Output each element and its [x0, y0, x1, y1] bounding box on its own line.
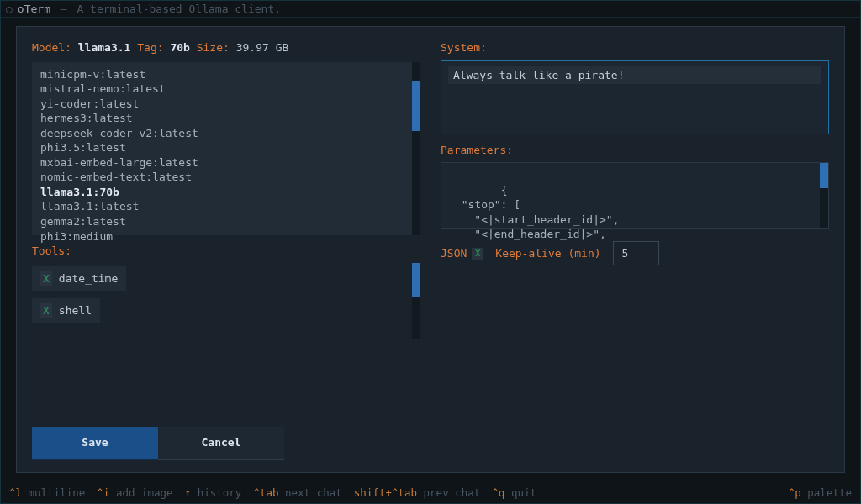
shortcut-label: quit: [504, 486, 536, 499]
shortcut-key: ^q: [492, 486, 504, 499]
model-list-item[interactable]: nomic-embed-text:latest: [40, 170, 412, 185]
shortcut-label: next chat: [279, 486, 342, 499]
tool-chip[interactable]: Xdate_time: [32, 266, 126, 291]
shortcut-key: ^i: [97, 486, 109, 499]
shortcut-hint: ^q quit: [492, 486, 536, 501]
shortcut-hint: ↑ history: [185, 486, 242, 501]
model-list-item[interactable]: hermes3:latest: [40, 111, 412, 126]
model-list-item[interactable]: gemma2:latest: [40, 214, 412, 229]
tools-box: Xdate_timeXshell: [32, 263, 420, 339]
model-list-item[interactable]: yi-coder:latest: [40, 97, 412, 112]
scrollbar-gap: [820, 188, 828, 228]
app-name: oTerm: [18, 3, 50, 15]
titlebar: ○ oTerm — A terminal-based Ollama client…: [1, 1, 860, 18]
shortcut-label: multiline: [22, 486, 85, 499]
shortcut-hint: ^l multiline: [9, 486, 85, 501]
shortcut-hint: ^i add image: [97, 486, 172, 501]
tag-value: 70b: [170, 41, 189, 54]
shortcut-key: ^l: [9, 486, 22, 499]
system-prompt-input[interactable]: Always talk like a pirate!: [441, 60, 829, 134]
size-value: 39.97 GB: [236, 41, 289, 54]
model-list-scrollbar[interactable]: [412, 62, 420, 235]
parameters-label: Parameters:: [441, 143, 829, 158]
model-list-item[interactable]: llama3.1:latest: [40, 199, 412, 214]
model-list-item[interactable]: minicpm-v:latest: [40, 67, 412, 82]
cancel-button[interactable]: Cancel: [158, 427, 284, 460]
scrollbar-gap: [412, 62, 420, 81]
footer-shortcuts: ^l multiline^i add image↑ history^tab ne…: [1, 483, 860, 503]
checkbox-icon: X: [40, 303, 52, 318]
shortcut-label: prev chat: [417, 486, 480, 499]
window-control-dot: ○: [6, 2, 13, 17]
model-list-item[interactable]: phi3.5:latest: [40, 140, 412, 155]
checkbox-icon: X: [40, 271, 52, 286]
system-prompt-text: Always talk like a pirate!: [448, 66, 821, 85]
shortcut-key: ^p: [789, 486, 801, 499]
shortcut-hint: ^p palette: [789, 486, 852, 501]
model-list-item[interactable]: llama3.1:70b: [40, 185, 412, 200]
shortcut-label: palette: [807, 486, 852, 499]
shortcut-key: ^tab: [253, 486, 278, 499]
size-label: Size:: [197, 41, 230, 54]
scrollbar-thumb[interactable]: [412, 81, 420, 131]
system-label: System:: [441, 40, 829, 55]
parameters-text: { "stop": [ "<|start_header_id|>", "<|en…: [448, 184, 620, 241]
tool-name: shell: [59, 303, 92, 318]
keepalive-input[interactable]: [613, 241, 659, 265]
tools-label: Tools:: [32, 244, 420, 259]
app-subtitle: A terminal-based Ollama client.: [77, 3, 281, 15]
model-header-line: Model: llama3.1 Tag: 70b Size: 39.97 GB: [32, 40, 420, 55]
app-window: ○ oTerm — A terminal-based Ollama client…: [0, 0, 861, 504]
shortcut-label: history: [191, 486, 241, 499]
save-button[interactable]: Save: [32, 427, 158, 460]
shortcut-key: shift+^tab: [354, 486, 417, 499]
model-list[interactable]: minicpm-v:latestmistral-nemo:latestyi-co…: [32, 62, 420, 235]
scrollbar-thumb[interactable]: [412, 263, 420, 297]
tool-name: date_time: [59, 271, 118, 286]
parameters-scrollbar[interactable]: [820, 163, 828, 228]
shortcut-hint: ^tab next chat: [253, 486, 341, 501]
parameters-input[interactable]: { "stop": [ "<|start_header_id|>", "<|en…: [441, 162, 829, 229]
scrollbar-thumb[interactable]: [820, 163, 828, 188]
tag-label: Tag:: [137, 41, 163, 54]
button-row: Save Cancel: [32, 427, 420, 460]
model-list-item[interactable]: mistral-nemo:latest: [40, 81, 412, 97]
title-separator: —: [61, 3, 67, 15]
model-list-item[interactable]: deepseek-coder-v2:latest: [40, 126, 412, 141]
shortcut-hint: shift+^tab prev chat: [354, 486, 481, 501]
scrollbar-gap: [412, 131, 420, 235]
settings-panel: Model: llama3.1 Tag: 70b Size: 39.97 GB …: [16, 26, 845, 473]
right-column: System: Always talk like a pirate! Param…: [441, 40, 829, 460]
keepalive-label: Keep-alive (min): [495, 246, 600, 261]
model-value: llama3.1: [78, 41, 131, 54]
shortcut-label: add image: [109, 486, 172, 499]
scrollbar-gap: [412, 297, 420, 339]
tool-chip[interactable]: Xshell: [32, 298, 100, 323]
model-list-item[interactable]: mxbai-embed-large:latest: [40, 155, 412, 171]
left-column: Model: llama3.1 Tag: 70b Size: 39.97 GB …: [32, 40, 420, 460]
tools-scrollbar[interactable]: [412, 263, 420, 339]
model-label: Model:: [32, 41, 71, 54]
model-list-item[interactable]: phi3:medium: [40, 229, 412, 244]
